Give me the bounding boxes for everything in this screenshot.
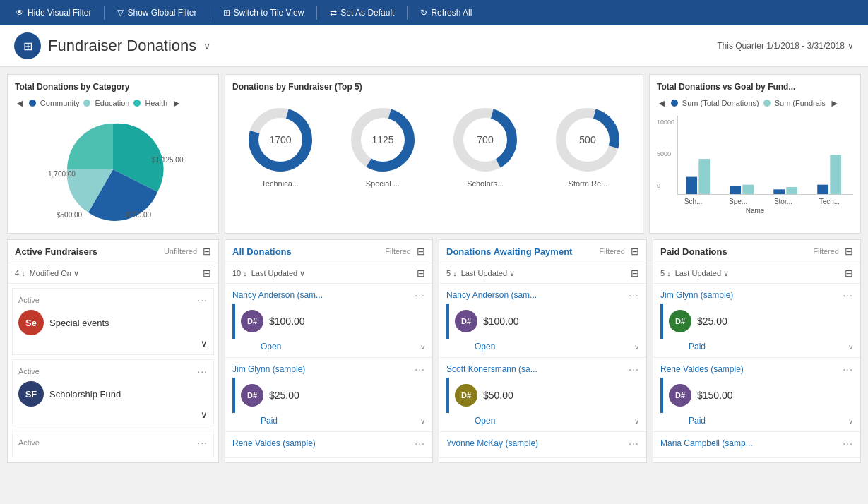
- paid-donations-filter-icon[interactable]: ⊟: [845, 246, 853, 257]
- paid-filter-btn[interactable]: ⊟: [845, 268, 853, 279]
- paid-dots-3[interactable]: ···: [843, 438, 853, 449]
- goal-nav-right[interactable]: ►: [830, 97, 840, 109]
- title-chevron-icon[interactable]: ∨: [203, 40, 210, 52]
- show-global-filter-button[interactable]: ▽ Show Global Filter: [110, 5, 203, 20]
- donation-name-link-3[interactable]: Rene Valdes (sample): [232, 438, 316, 448]
- awaiting-name-link-1[interactable]: Nancy Anderson (sam...: [446, 290, 537, 300]
- awaiting-expand-1[interactable]: ∨: [634, 343, 639, 351]
- all-donations-sort-count[interactable]: 10 ↓: [232, 269, 247, 277]
- education-dot: [83, 100, 90, 107]
- fundraiser-dots-1[interactable]: ···: [197, 294, 208, 306]
- donations-awaiting-card: Donations Awaiting Payment Filtered ⊟ 5 …: [439, 239, 647, 463]
- awaiting-status-1[interactable]: Open: [475, 342, 495, 352]
- donation-dots-2[interactable]: ···: [415, 364, 425, 375]
- bar-spe-goal[interactable]: [742, 185, 754, 194]
- paid-sort-count[interactable]: 5 ↓: [660, 269, 671, 277]
- donation-expand-1[interactable]: ∨: [420, 343, 425, 351]
- paid-status-2[interactable]: Paid: [689, 416, 706, 426]
- awaiting-filter-btn[interactable]: ⊟: [631, 268, 639, 279]
- paid-name-link-2[interactable]: Rene Valdes (sample): [660, 364, 744, 374]
- tile-icon: ⊞: [223, 8, 230, 18]
- paid-footer-2: Paid ∨: [660, 416, 853, 426]
- awaiting-name-link-3[interactable]: Yvonne McKay (sample): [446, 438, 538, 448]
- fundraiser-name-2: Scholarship Fund: [49, 389, 121, 400]
- bar-sch-donations[interactable]: [686, 177, 697, 194]
- hide-filter-button[interactable]: 👁 Hide Visual Filter: [8, 5, 98, 20]
- paid-expand-2[interactable]: ∨: [848, 417, 853, 425]
- donation-dots-3[interactable]: ···: [415, 438, 425, 449]
- donation-dots-1[interactable]: ···: [415, 289, 425, 301]
- date-range[interactable]: This Quarter 1/1/2018 - 3/31/2018 ∨: [717, 41, 854, 51]
- paid-dots-2[interactable]: ···: [843, 364, 853, 375]
- refresh-all-button[interactable]: ↻ Refresh All: [413, 5, 479, 20]
- grid-icon: ⊞: [23, 40, 32, 53]
- toolbar-separator: [104, 6, 105, 20]
- bar-tech-goal[interactable]: [830, 155, 841, 195]
- all-donations-filter-btn[interactable]: ⊟: [417, 268, 425, 279]
- paid-items: Jim Glynn (sample) ··· D# $25.00 Paid ∨: [653, 284, 860, 458]
- paid-dots-1[interactable]: ···: [843, 289, 853, 301]
- awaiting-sort-field[interactable]: Last Updated ∨: [461, 269, 515, 278]
- awaiting-name-link-2[interactable]: Scott Konersmann (sa...: [446, 364, 537, 374]
- donation-name-link-2[interactable]: Jim Glynn (sample): [232, 364, 305, 374]
- all-donations-filter-icon[interactable]: ⊟: [417, 246, 425, 257]
- fundraiser-item-header-1: Active ···: [18, 294, 208, 306]
- paid-sort-field[interactable]: Last Updated ∨: [675, 269, 729, 278]
- awaiting-dots-1[interactable]: ···: [629, 289, 639, 301]
- fundraiser-chevron-1[interactable]: ∨: [18, 338, 208, 349]
- awaiting-dots-2[interactable]: ···: [629, 364, 639, 375]
- medium-teal-slice[interactable]: [67, 124, 113, 169]
- bar-sch-goal[interactable]: [698, 159, 710, 194]
- fundraiser-sort-field[interactable]: Modified On ∨: [30, 269, 79, 278]
- bar-spe-donations[interactable]: [730, 186, 741, 194]
- bar-tech-donations[interactable]: [817, 185, 828, 194]
- lists-row: Active Fundraisers Unfiltered ⊟ 4 ↓ Modi…: [7, 239, 861, 463]
- donut-value-4: 500: [580, 134, 597, 145]
- nav-right-arrow[interactable]: ►: [172, 97, 182, 109]
- set-default-button[interactable]: ⇄ Set As Default: [323, 5, 401, 20]
- awaiting-expand-2[interactable]: ∨: [634, 417, 639, 425]
- goal-chart: Total Donations vs Goal by Fund... ◄ Sum…: [649, 74, 861, 234]
- toolbar-separator-4: [407, 6, 408, 20]
- sort-down-icon: ↓: [453, 269, 457, 277]
- payment-status-2[interactable]: Paid: [261, 416, 278, 426]
- paid-amount-1: $25.00: [697, 316, 853, 327]
- donations-awaiting-filter-icon[interactable]: ⊟: [631, 246, 639, 257]
- fundraiser-dots-3[interactable]: ···: [197, 437, 208, 448]
- list-item: Active ···: [12, 431, 214, 458]
- awaiting-dots-3[interactable]: ···: [629, 438, 639, 449]
- fundraiser-chevron-2[interactable]: ∨: [18, 409, 208, 420]
- donation-name-link-1[interactable]: Nancy Anderson (sam...: [232, 290, 323, 300]
- all-donations-header: All Donations Filtered ⊟: [225, 240, 432, 263]
- paid-status-1[interactable]: Paid: [689, 342, 706, 352]
- fundraiser-dots-2[interactable]: ···: [197, 366, 208, 377]
- payment-status-1[interactable]: Open: [261, 342, 281, 352]
- fundraiser-status-2: Active: [18, 367, 40, 376]
- fundraiser-body-1: Se Special events: [18, 310, 208, 335]
- fundraiser-filter-icon[interactable]: ⊟: [203, 268, 211, 279]
- donations-dot: [671, 100, 678, 107]
- fundraiser-sort-count[interactable]: 4 ↓: [15, 269, 25, 277]
- donation-expand-2[interactable]: ∨: [420, 417, 425, 425]
- awaiting-sort-count[interactable]: 5 ↓: [446, 269, 457, 277]
- sort-chevron-icon: ∨: [723, 269, 729, 278]
- all-donations-sort-field[interactable]: Last Updated ∨: [251, 269, 305, 278]
- blue-bar-p-1: [660, 304, 663, 339]
- nav-left-arrow[interactable]: ◄: [15, 97, 25, 109]
- goal-nav-left[interactable]: ◄: [657, 97, 667, 109]
- filter-columns-icon[interactable]: ⊟: [203, 246, 211, 257]
- awaiting-status-2[interactable]: Open: [475, 416, 495, 426]
- donation-footer-1: Open ∨: [232, 342, 425, 352]
- paid-expand-1[interactable]: ∨: [848, 343, 853, 351]
- paid-name-link-1[interactable]: Jim Glynn (sample): [660, 290, 733, 300]
- bar-chart-container: 10000 5000 0: [657, 113, 853, 198]
- paid-name-link-3[interactable]: Maria Campbell (samp...: [660, 438, 753, 448]
- health-dot: [133, 100, 141, 107]
- total-donations-title: Total Donations by Category: [15, 82, 211, 92]
- list-item: Scott Konersmann (sa... ··· D# $50.00 Op…: [439, 358, 646, 432]
- paid-amount-2: $150.00: [697, 390, 853, 401]
- paid-body-1: D# $25.00: [660, 304, 853, 339]
- switch-tile-view-button[interactable]: ⊞ Switch to Tile View: [216, 5, 311, 20]
- bar-stor-goal[interactable]: [786, 187, 797, 194]
- bar-stor-donations[interactable]: [773, 189, 785, 194]
